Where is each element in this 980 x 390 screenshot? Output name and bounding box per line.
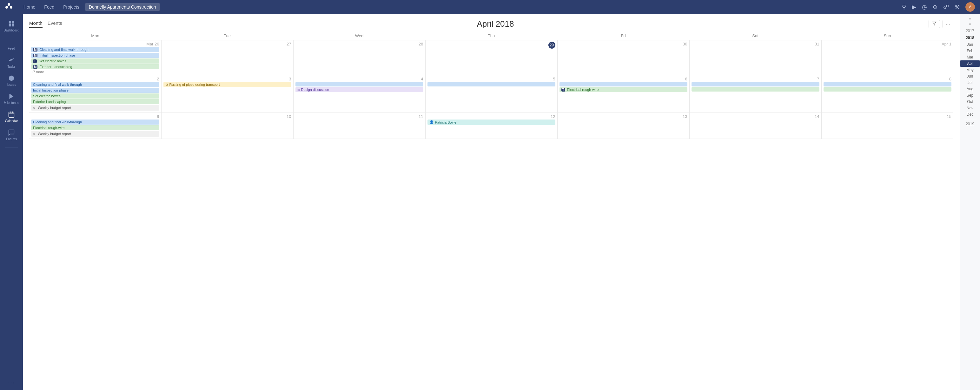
day-header-sun: Sun — [821, 32, 953, 40]
day-number: 27 — [164, 42, 291, 46]
clock-icon[interactable]: ◷ — [922, 3, 927, 11]
tab-month[interactable]: Month — [29, 20, 43, 28]
cal-cell-11[interactable]: 11 — [293, 113, 425, 139]
event-inspection-2[interactable]: Initial Inspection phase — [31, 88, 159, 93]
top-navigation: Home Feed Projects Donnelly Apartments C… — [0, 0, 980, 14]
event-blue-cont-5[interactable] — [428, 82, 555, 86]
tab-events[interactable]: Events — [48, 20, 62, 28]
gamepad-icon[interactable]: ▶ — [912, 3, 916, 11]
cal-cell-6[interactable]: 6 TElectrical rough-wire — [557, 75, 689, 113]
sidebar-item-calendar[interactable]: Calendar — [0, 109, 23, 125]
cal-cell-30[interactable]: 30 — [557, 40, 689, 75]
bell-icon[interactable]: ☍ — [943, 3, 949, 11]
event-roughwire-6[interactable]: TElectrical rough-wire — [560, 87, 687, 92]
event-design[interactable]: ⊞Design discussion — [296, 87, 423, 92]
cal-cell-3[interactable]: 3 ⚙Rusting of pipes during transport — [161, 75, 293, 113]
month-dec[interactable]: Dec — [960, 111, 980, 118]
cal-cell-7[interactable]: 7 — [689, 75, 821, 113]
year-2018[interactable]: 2018 — [960, 34, 980, 41]
cal-cell-4[interactable]: 4 ⊞Design discussion — [293, 75, 425, 113]
event-blue-cont-7[interactable] — [692, 82, 819, 86]
day-header-wed: Wed — [293, 32, 425, 40]
event-blue-cont-4[interactable] — [296, 82, 423, 86]
cal-cell-2[interactable]: 2 Cleaning and final walk-through Initia… — [29, 75, 161, 113]
event-blue-cont-6[interactable] — [560, 82, 687, 86]
cal-cell-mar26[interactable]: Mar 26 MCleaning and final walk-through … — [29, 40, 161, 75]
event-green-cont-7[interactable] — [692, 87, 819, 91]
more-link[interactable]: +7 more — [31, 70, 159, 74]
day-header-fri: Fri — [557, 32, 689, 40]
day-number: 6 — [560, 77, 687, 82]
tools-icon[interactable]: ⚒ — [955, 3, 960, 11]
event-landscape-1[interactable]: MExterior Landscaping — [31, 64, 159, 69]
cal-cell-10[interactable]: 10 — [161, 113, 293, 139]
scroll-down-arrow[interactable]: ▼ — [967, 21, 973, 27]
event-electric-2[interactable]: Set electric boxes — [31, 93, 159, 99]
event-cleaning-1[interactable]: MCleaning and final walk-through — [31, 47, 159, 52]
scroll-up-arrow[interactable]: ▲ — [967, 15, 973, 21]
filter-button[interactable] — [929, 20, 940, 28]
sidebar-item-tasks[interactable]: Tasks — [0, 54, 23, 71]
year-2019[interactable]: 2019 — [960, 120, 980, 128]
svg-rect-0 — [9, 21, 11, 24]
month-jul[interactable]: Jul — [960, 80, 980, 86]
cal-cell-9[interactable]: 9 Cleaning and final walk-through Electr… — [29, 113, 161, 139]
event-green-cont-8[interactable] — [824, 87, 952, 91]
plus-icon[interactable]: ⊕ — [933, 3, 937, 11]
month-feb[interactable]: Feb — [960, 48, 980, 54]
month-jun[interactable]: Jun — [960, 73, 980, 80]
cal-cell-5[interactable]: 5 — [425, 75, 557, 113]
cal-cell-27[interactable]: 27 — [161, 40, 293, 75]
left-sidebar: Dashboard Feed Tasks Issues Milestones C… — [0, 14, 23, 390]
day-number: 8 — [824, 77, 952, 82]
sidebar-item-forums[interactable]: Forums — [0, 126, 23, 143]
svg-rect-2 — [9, 24, 11, 26]
event-patricia[interactable]: 👤Patricia Boyle — [428, 120, 555, 125]
day-number: 3 — [164, 77, 291, 82]
sidebar-item-feed[interactable]: Feed — [0, 36, 23, 53]
event-blue-cont-8[interactable] — [824, 82, 952, 86]
month-oct[interactable]: Oct — [960, 99, 980, 105]
cal-cell-14[interactable]: 14 — [689, 113, 821, 139]
nav-feed[interactable]: Feed — [41, 3, 57, 11]
month-jan[interactable]: Jan — [960, 41, 980, 48]
event-roughwire-9[interactable]: Electrical rough-wire — [31, 125, 159, 130]
year-2017[interactable]: 2017 — [960, 27, 980, 34]
event-budget-9[interactable]: ○Weekly budget report — [31, 131, 159, 137]
event-inspection-1[interactable]: MInitial Inspection phase — [31, 53, 159, 58]
more-button[interactable]: ··· — [943, 20, 953, 28]
nav-links: Home Feed Projects Donnelly Apartments C… — [20, 3, 160, 11]
main-body: Dashboard Feed Tasks Issues Milestones C… — [0, 14, 980, 390]
nav-project-active[interactable]: Donnelly Apartments Construction — [85, 3, 160, 11]
calendar-header: Month Events April 2018 ··· — [23, 14, 960, 32]
event-cleaning-3[interactable]: Cleaning and final walk-through — [31, 120, 159, 125]
cal-cell-13[interactable]: 13 — [557, 113, 689, 139]
cal-cell-28[interactable]: 28 — [293, 40, 425, 75]
event-budget-2[interactable]: ○Weekly budget report — [31, 105, 159, 110]
sidebar-item-issues[interactable]: Issues — [0, 72, 23, 89]
nav-home[interactable]: Home — [20, 3, 38, 11]
month-may[interactable]: May — [960, 67, 980, 73]
month-sep[interactable]: Sep — [960, 92, 980, 99]
event-cleaning-2[interactable]: Cleaning and final walk-through — [31, 82, 159, 87]
sidebar-more[interactable]: ··· — [8, 379, 14, 386]
cal-cell-8[interactable]: 8 — [821, 75, 953, 113]
month-nov[interactable]: Nov — [960, 105, 980, 111]
avatar[interactable]: A — [966, 2, 975, 12]
logo[interactable] — [5, 3, 13, 11]
cal-cell-15[interactable]: 15 — [821, 113, 953, 139]
event-landscape-2[interactable]: Exterior Landscaping — [31, 99, 159, 104]
cal-cell-31[interactable]: 31 — [689, 40, 821, 75]
cal-cell-29[interactable]: 29 — [425, 40, 557, 75]
month-mar[interactable]: Mar — [960, 54, 980, 61]
event-electric-1[interactable]: TSet electric boxes — [31, 59, 159, 64]
sidebar-item-dashboard[interactable]: Dashboard — [0, 18, 23, 35]
cal-cell-apr1[interactable]: Apr 1 — [821, 40, 953, 75]
search-icon[interactable]: ⚲ — [902, 3, 906, 11]
sidebar-item-milestones[interactable]: Milestones — [0, 90, 23, 107]
event-pipes[interactable]: ⚙Rusting of pipes during transport — [164, 82, 291, 87]
month-aug[interactable]: Aug — [960, 86, 980, 92]
month-apr[interactable]: Apr — [960, 61, 980, 67]
nav-projects[interactable]: Projects — [60, 3, 83, 11]
cal-cell-12[interactable]: 12 👤Patricia Boyle — [425, 113, 557, 139]
